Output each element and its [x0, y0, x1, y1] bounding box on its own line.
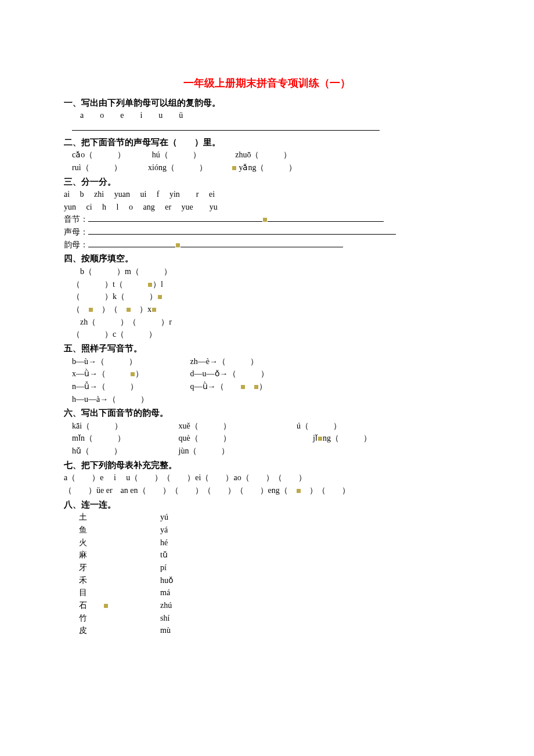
- s6-row-2: mǐn（ ） què（ ） jǐng（ ）: [64, 432, 470, 445]
- decoration-dot: [232, 166, 236, 170]
- s4-line-2: （ ）t（ ）l: [64, 278, 470, 291]
- match-row: 火hé: [64, 537, 470, 549]
- section-7-heading: 七、把下列韵母表补充完整。: [64, 459, 470, 471]
- decoration-dot: [158, 295, 162, 299]
- match-hanzi: 石: [64, 599, 160, 612]
- match-row: 禾huǒ: [64, 574, 470, 587]
- s4-line-3: （ ）k（ ）: [64, 290, 470, 303]
- s2-item-yang: yǎng（ ）: [239, 163, 297, 172]
- s4-line-6: （ ）c（ ）: [64, 328, 470, 341]
- match-pinyin: mù: [160, 624, 171, 637]
- match-row: 麻tǔ: [64, 549, 470, 561]
- match-hanzi: 皮: [64, 624, 160, 637]
- matching-list: 土yú鱼yá火hé麻tǔ牙pí禾huǒ目má石 zhú竹shí皮mù: [64, 511, 470, 637]
- match-row: 石 zhú: [64, 599, 470, 612]
- decoration-dot: [127, 308, 131, 312]
- match-hanzi: 火: [64, 537, 160, 549]
- section-2-row-2: ruì（ ） xióng（ ） yǎng（ ）: [64, 161, 470, 174]
- match-row: 竹shí: [64, 612, 470, 625]
- match-pinyin: má: [160, 586, 170, 599]
- s5-row-1: b—ù→（ ） zh—è→（ ）: [64, 355, 470, 368]
- s2-item-xiong: xióng（ ）: [148, 163, 207, 172]
- s2-item-rui: ruì（ ）: [72, 163, 122, 172]
- decoration-dot: [148, 283, 152, 287]
- s4-line-4: （ ）（ ）x: [64, 303, 470, 316]
- section-5-heading: 五、照样子写音节。: [64, 342, 470, 355]
- s2-item-zhuo: zhuō（ ）: [235, 150, 291, 159]
- match-pinyin: tǔ: [160, 549, 168, 561]
- decoration-dot: [263, 218, 267, 222]
- s5-row-4: h—u—à→（ ）: [64, 393, 470, 406]
- section-3-yinjie: 音节：: [64, 213, 470, 226]
- decoration-dot: [152, 308, 156, 312]
- match-hanzi: 麻: [64, 549, 160, 561]
- decoration-dot: [318, 437, 322, 441]
- match-hanzi: 鱼: [64, 524, 160, 537]
- decoration-dot: [254, 385, 258, 389]
- section-3-heading: 三、分一分。: [64, 175, 470, 188]
- s4-line-1: b（ ）m（ ）: [64, 265, 470, 278]
- section-3-given-2: yun ci h l o ang er yue yu: [64, 201, 470, 214]
- match-row: 牙pí: [64, 561, 470, 574]
- match-pinyin: shí: [160, 612, 169, 625]
- match-pinyin: zhú: [160, 599, 172, 612]
- section-1-vowels: a o e i u ü: [64, 109, 470, 122]
- match-row: 土yú: [64, 511, 470, 524]
- s4-line-5: zh（ ）（ ）r: [64, 316, 470, 329]
- s5-row-2: x—ǜ→（ ） d—u—ǒ→（ ）: [64, 368, 470, 380]
- match-hanzi: 禾: [64, 574, 160, 587]
- decoration-dot: [176, 243, 180, 247]
- s6-row-1: kāi（ ） xuě（ ） ú（ ）: [64, 420, 470, 433]
- match-pinyin: pí: [160, 561, 167, 574]
- match-row: 皮mù: [64, 624, 470, 637]
- section-4-heading: 四、按顺序填空。: [64, 252, 470, 265]
- s2-item-hu: hú（ ）: [152, 150, 201, 159]
- match-hanzi: 目: [64, 586, 160, 599]
- decoration-dot: [241, 385, 245, 389]
- match-row: 鱼yá: [64, 524, 470, 537]
- decoration-dot: [89, 308, 93, 312]
- section-3-shengmu: 声母：: [64, 226, 470, 239]
- s7-line-2: （ ）üe er an en（ ）（ ）（ ）（ ）eng（ ）（ ）: [64, 484, 470, 497]
- decoration-dot: [131, 372, 135, 376]
- section-2-row-1: cǎo（ ） hú（ ） zhuō（ ）: [64, 149, 470, 161]
- s6-row-3: hǔ（ ） jùn（ ）: [64, 445, 470, 458]
- s5-row-3: n—ǚ→（ ） q—ǜ→（ ）: [64, 380, 470, 393]
- match-hanzi: 牙: [64, 561, 160, 574]
- match-hanzi: 土: [64, 511, 160, 524]
- match-pinyin: yá: [160, 524, 168, 537]
- decoration-dot: [297, 489, 301, 493]
- match-pinyin: yú: [160, 511, 168, 524]
- section-3-given-1: ai b zhi yuan ui f yin r ei: [64, 188, 470, 201]
- section-6-heading: 六、写出下面音节的韵母。: [64, 406, 470, 419]
- section-2-heading: 二、把下面音节的声母写在（ ）里。: [64, 136, 470, 149]
- match-pinyin: hé: [160, 537, 168, 549]
- match-hanzi: 竹: [64, 612, 160, 625]
- match-row: 目má: [64, 586, 470, 599]
- worksheet-page: 一年级上册期末拼音专项训练（一） 一、写出由下列单韵母可以组的复韵母。 a o …: [0, 0, 534, 683]
- section-1-heading: 一、写出由下列单韵母可以组的复韵母。: [64, 96, 470, 109]
- match-pinyin: huǒ: [160, 574, 174, 587]
- s2-item-cao: cǎo（ ）: [72, 150, 125, 159]
- section-3-yunmu: 韵母：: [64, 239, 470, 251]
- section-1-answer-line: [64, 122, 470, 135]
- s7-line-1: a（ ）e i u（ ）（ ）ei（ ）ao（ ）（ ）: [64, 471, 470, 484]
- worksheet-title: 一年级上册期末拼音专项训练（一）: [64, 75, 470, 92]
- section-8-heading: 八、连一连。: [64, 498, 470, 511]
